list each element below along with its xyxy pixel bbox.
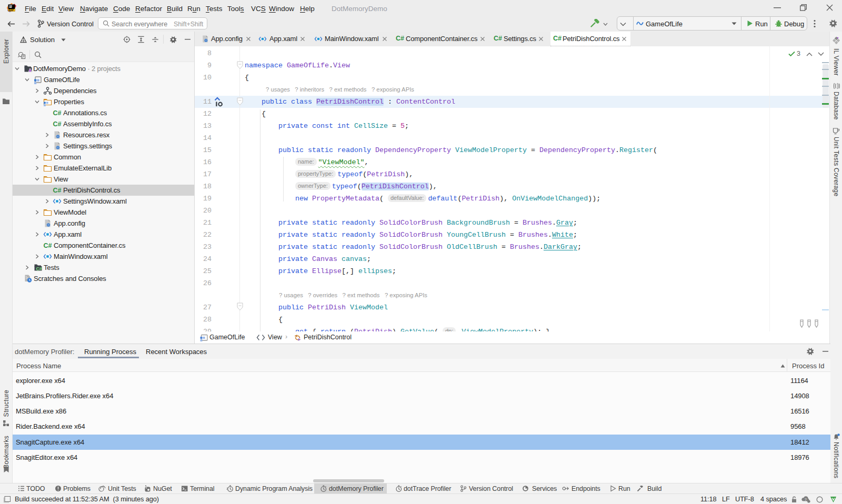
- svg-text:C#: C#: [44, 242, 52, 249]
- svg-text:C#: C#: [36, 266, 42, 271]
- svg-text:?: ?: [805, 497, 807, 502]
- svg-text:RAP: RAP: [9, 9, 14, 12]
- svg-text:C#: C#: [53, 187, 62, 194]
- svg-text:C#: C#: [53, 120, 62, 128]
- svg-text:C#: C#: [53, 109, 62, 117]
